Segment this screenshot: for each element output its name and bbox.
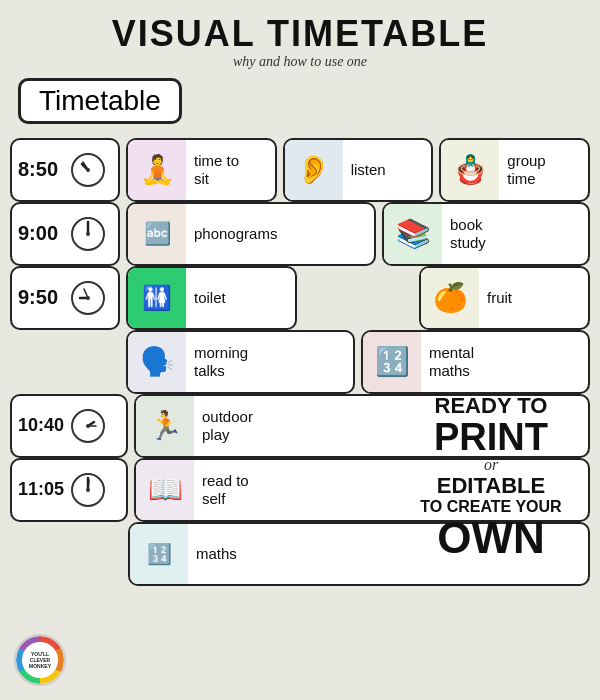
morning-icon: 🗣️ <box>128 332 186 392</box>
timetable-label: Timetable <box>18 78 182 124</box>
activity-book-study: 📚 bookstudy <box>382 202 590 266</box>
phonogram-icon: 🔤 <box>128 204 186 264</box>
clock-icon-1105 <box>70 472 106 508</box>
time-label-950: 9:50 <box>18 286 66 309</box>
book-icon: 📚 <box>384 204 442 264</box>
clock-icon-950 <box>70 280 106 316</box>
sit-label: time tosit <box>186 148 275 192</box>
logo-text: YOU'LL CLEVER MONKEY <box>22 642 58 678</box>
activity-fruit: 🍊 fruit <box>419 266 590 330</box>
activity-toilet: 🚻 toilet <box>126 266 297 330</box>
svg-point-15 <box>86 424 90 428</box>
toilet-icon: 🚻 <box>128 268 186 328</box>
morning-label: morningtalks <box>186 340 353 384</box>
timetable-row-2: 9:00 🔤 phonograms 📚 bookstudy <box>10 202 590 266</box>
time-card-1040: 10:40 <box>10 394 128 458</box>
activity-sit: 🧘 time tosit <box>126 138 277 202</box>
clock-icon-900 <box>70 216 106 252</box>
timetable-row-1: 8:50 🧘 time tosit 👂 listen 🪆 grouptime <box>10 138 590 202</box>
group-label: grouptime <box>499 148 588 192</box>
logo-ring: YOU'LL CLEVER MONKEY <box>16 636 64 684</box>
phonogram-label: phonograms <box>186 221 374 247</box>
header-section: VISUAL TIMETABLE why and how to use one <box>10 14 590 70</box>
time-label-1105: 11:05 <box>18 479 66 500</box>
sub-title: why and how to use one <box>10 54 590 70</box>
activity-mental-maths: 🔢 mentalmaths <box>361 330 590 394</box>
timetable-label-card: Timetable <box>10 78 590 132</box>
svg-point-7 <box>86 232 90 236</box>
fruit-label: fruit <box>479 285 588 311</box>
svg-point-19 <box>86 488 90 492</box>
fruit-icon: 🍊 <box>421 268 479 328</box>
clock-icon-1040 <box>70 408 106 444</box>
activity-morning-talks: 🗣️ morningtalks <box>126 330 355 394</box>
outdoor-icon: 🏃 <box>136 396 194 456</box>
maths-icon: 🔢 <box>130 524 188 584</box>
time-card-900: 9:00 <box>10 202 120 266</box>
promo-own: OWN <box>396 516 586 560</box>
time-card-1105: 11:05 <box>10 458 128 522</box>
activity-listen: 👂 listen <box>283 138 434 202</box>
activity-phonograms: 🔤 phonograms <box>126 202 376 266</box>
time-label-1040: 10:40 <box>18 415 66 436</box>
time-label-900: 9:00 <box>18 222 66 245</box>
timetable-row-4: 🗣️ morningtalks 🔢 mentalmaths <box>126 330 590 394</box>
clock-icon-850 <box>70 152 106 188</box>
promo-ready: READY TO <box>396 394 586 418</box>
timetable-row-3: 9:50 🚻 toilet 🍊 fruit <box>10 266 590 330</box>
time-card-850: 8:50 <box>10 138 120 202</box>
listen-label: listen <box>343 157 432 183</box>
activity-group-time: 🪆 grouptime <box>439 138 590 202</box>
page: VISUAL TIMETABLE why and how to use one … <box>0 0 600 700</box>
main-title: VISUAL TIMETABLE <box>10 14 590 54</box>
promo-print: PRINT <box>396 418 586 456</box>
time-label-850: 8:50 <box>18 158 66 181</box>
svg-point-3 <box>86 168 90 172</box>
sit-icon: 🧘 <box>128 140 186 200</box>
book-label: bookstudy <box>442 212 588 256</box>
listen-icon: 👂 <box>285 140 343 200</box>
time-card-950: 9:50 <box>10 266 120 330</box>
promo-editable: EDITABLE <box>396 474 586 498</box>
svg-point-11 <box>86 296 90 300</box>
promo-or: or <box>396 456 586 474</box>
logo: YOU'LL CLEVER MONKEY <box>14 634 66 686</box>
promo-section: READY TO PRINT or EDITABLE TO CREATE YOU… <box>396 394 586 560</box>
group-icon: 🪆 <box>441 140 499 200</box>
read-icon: 📖 <box>136 460 194 520</box>
mental-maths-icon: 🔢 <box>363 332 421 392</box>
toilet-label: toilet <box>186 285 295 311</box>
mental-maths-label: mentalmaths <box>421 340 588 384</box>
